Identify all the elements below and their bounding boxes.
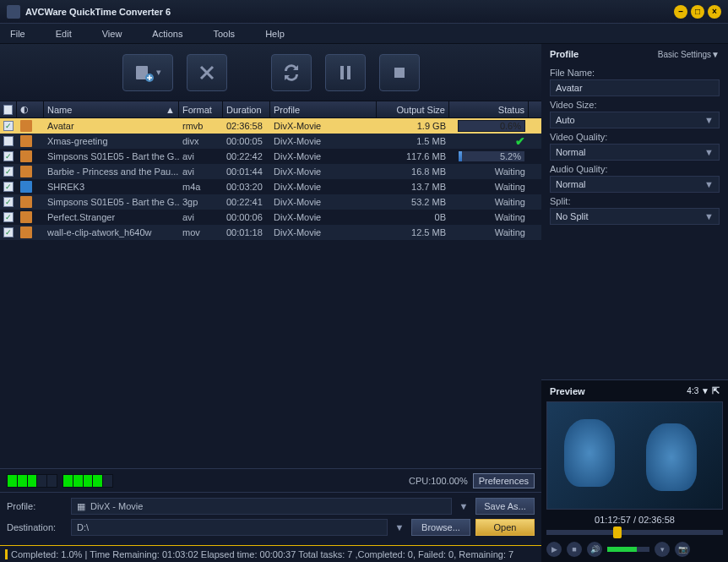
titlebar: AVCWare QuickTime Converter 6 – □ ×: [0, 0, 728, 24]
cell-profile: DivX-Movie: [270, 210, 377, 225]
browse-button[interactable]: Browse...: [411, 519, 470, 536]
snapshot-folder-button[interactable]: ▾: [655, 542, 670, 557]
menu-edit[interactable]: Edit: [56, 29, 72, 39]
menu-help[interactable]: Help: [265, 29, 285, 39]
progress-bar: 0.6%: [458, 120, 525, 132]
volume-slider[interactable]: [607, 547, 649, 552]
snapshot-button[interactable]: 📷: [675, 542, 690, 557]
file-type-icon: [20, 120, 32, 132]
cell-status: ✔: [449, 134, 529, 149]
pause-button[interactable]: [325, 54, 366, 91]
preview-video[interactable]: [546, 401, 723, 510]
seek-slider[interactable]: [546, 530, 723, 535]
volume-icon[interactable]: 🔊: [587, 542, 602, 557]
profile-panel-header: Profile Basic Settings▼: [541, 44, 728, 64]
table-row[interactable]: ✓wall-e-clip-atwork_h640wmov00:01:18DivX…: [0, 225, 541, 240]
stop-preview-button[interactable]: ■: [567, 542, 582, 557]
preview-time: 01:12:57 / 02:36:58: [546, 515, 723, 525]
header-icon[interactable]: ◐: [17, 101, 44, 117]
status-text: Completed: 1.0% | Time Remaining: 01:03:…: [5, 549, 513, 559]
header-name[interactable]: Name▲: [44, 101, 179, 117]
table-row[interactable]: ✓Perfect.Strangeravi00:00:06DivX-Movie0B…: [0, 210, 541, 225]
table-row[interactable]: ✓SHREK3m4a00:03:20DivX-Movie13.7 MBWaiti…: [0, 179, 541, 194]
cell-status: Waiting: [449, 164, 529, 179]
cell-status: 0.6%: [449, 118, 529, 134]
add-file-button[interactable]: ▾: [122, 54, 173, 91]
convert-button[interactable]: [271, 54, 312, 91]
cell-name: SHREK3: [44, 179, 179, 194]
cell-format: rmvb: [179, 118, 223, 134]
header-status[interactable]: Status: [449, 101, 529, 117]
play-button[interactable]: ▶: [546, 542, 562, 557]
stop-button[interactable]: [379, 54, 420, 91]
header-output[interactable]: Output Size: [377, 101, 449, 117]
aspect-ratio-select[interactable]: 4:3 ▼: [687, 386, 709, 396]
header-duration[interactable]: Duration: [223, 101, 270, 117]
save-as-button[interactable]: Save As...: [475, 498, 535, 515]
table-row[interactable]: ✓Avatarrmvb02:36:58DivX-Movie1.9 GB0.6%: [0, 118, 541, 134]
minimize-button[interactable]: –: [674, 5, 687, 19]
row-checkbox[interactable]: ✓: [3, 121, 14, 131]
cell-format: divx: [179, 134, 223, 149]
close-button[interactable]: ×: [708, 5, 721, 19]
row-checkbox[interactable]: ✓: [3, 212, 14, 222]
statusbar: Completed: 1.0% | Time Remaining: 01:03:…: [0, 545, 541, 562]
delete-button[interactable]: [187, 54, 227, 91]
row-checkbox[interactable]: ✓: [3, 151, 14, 161]
row-checkbox[interactable]: ✓: [3, 166, 14, 177]
done-icon: ✔: [515, 134, 525, 148]
file-type-icon: [20, 135, 32, 147]
cell-duration: 00:22:42: [223, 149, 270, 164]
select-all-checkbox[interactable]: [3, 105, 13, 115]
table-row[interactable]: ✓Simpsons S01E05 - Bart the G...3gp00:22…: [0, 194, 541, 210]
destination-label: Destination:: [7, 522, 66, 532]
cell-format: avi: [179, 164, 223, 179]
app-logo-icon: [7, 5, 20, 19]
row-checkbox[interactable]: [3, 136, 14, 146]
menu-tools[interactable]: Tools: [213, 29, 235, 39]
header-profile[interactable]: Profile: [270, 101, 377, 117]
header-format[interactable]: Format: [179, 101, 223, 117]
preview-section: Preview 4:3 ▼ ⇱ 01:12:57 / 02:36:58 ▶ ■ …: [541, 379, 728, 562]
profile-dropdown-icon[interactable]: ▼: [457, 501, 470, 511]
table-row[interactable]: Xmas-greetingdivx00:00:05DivX-Movie1.5 M…: [0, 134, 541, 149]
row-checkbox[interactable]: ✓: [3, 197, 14, 207]
file-type-icon: [20, 211, 32, 223]
cpu-meter-icon: [7, 474, 57, 488]
file-type-icon: [20, 196, 32, 208]
destination-dropdown-icon[interactable]: ▼: [393, 522, 406, 532]
cell-name: Perfect.Stranger: [44, 210, 179, 225]
table-row[interactable]: ✓Barbie - Princess and the Pau...avi00:0…: [0, 164, 541, 179]
split-select[interactable]: No Split▼: [550, 208, 720, 225]
preferences-button[interactable]: Preferences: [473, 473, 535, 488]
popout-icon[interactable]: ⇱: [712, 385, 720, 396]
file-type-icon: [20, 166, 32, 177]
basic-settings-toggle[interactable]: Basic Settings▼: [658, 50, 720, 59]
open-button[interactable]: Open: [475, 519, 535, 536]
cell-name: wall-e-clip-atwork_h640w: [44, 225, 179, 240]
maximize-button[interactable]: □: [691, 5, 704, 19]
list-header: ◐ Name▲ Format Duration Profile Output S…: [0, 101, 541, 118]
destination-combo[interactable]: D:\: [71, 519, 388, 536]
profile-combo[interactable]: ▦DivX - Movie: [71, 498, 452, 515]
cpu-meter-icon: [62, 474, 113, 488]
toolbar: ▾: [0, 44, 541, 101]
filename-input[interactable]: Avatar: [550, 79, 720, 96]
videoquality-select[interactable]: Normal▼: [550, 144, 720, 161]
row-checkbox[interactable]: ✓: [3, 182, 14, 192]
cell-duration: 00:00:05: [223, 134, 270, 149]
menu-actions[interactable]: Actions: [152, 29, 182, 39]
cell-duration: 00:01:18: [223, 225, 270, 240]
cell-output: 1.5 MB: [377, 134, 449, 149]
table-row[interactable]: ✓Simpsons S01E05 - Bart the G...avi00:22…: [0, 149, 541, 164]
menu-view[interactable]: View: [102, 29, 122, 39]
videosize-select[interactable]: Auto▼: [550, 112, 720, 128]
menu-file[interactable]: File: [10, 29, 25, 39]
profile-label: Profile:: [7, 501, 66, 511]
cell-profile: DivX-Movie: [270, 225, 377, 240]
cell-name: Barbie - Princess and the Pau...: [44, 164, 179, 179]
cell-status: 5.2%: [449, 149, 529, 164]
audioquality-select[interactable]: Normal▼: [550, 176, 720, 193]
row-checkbox[interactable]: ✓: [3, 227, 14, 237]
cell-name: Simpsons S01E05 - Bart the G...: [44, 194, 179, 210]
